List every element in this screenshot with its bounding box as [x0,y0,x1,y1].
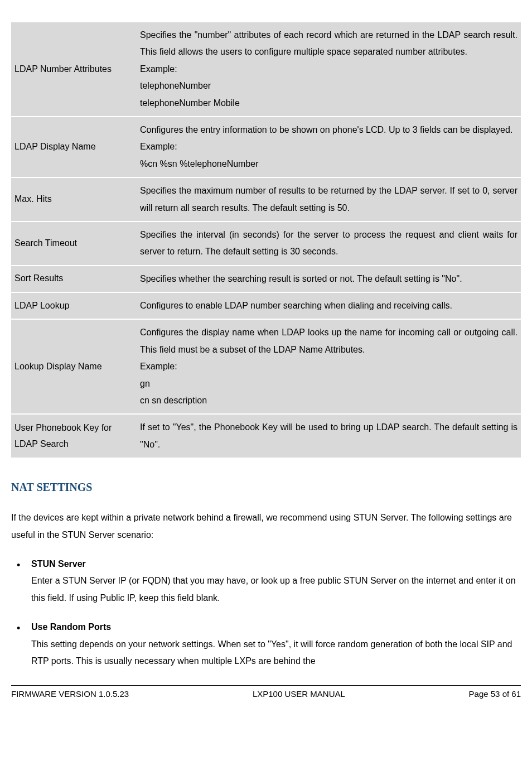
row-label: Sort Results [11,266,137,292]
table-row: User Phonebook Key for LDAP Search If se… [11,415,521,458]
row-desc: Configures the display name when LDAP lo… [137,320,521,413]
footer-center: LXP100 USER MANUAL [253,689,345,699]
row-label: LDAP Number Attributes [11,22,137,116]
row-label: LDAP Display Name [11,117,137,177]
footer-right: Page 53 of 61 [469,689,521,699]
row-label: Lookup Display Name [11,320,137,413]
table-row: Sort Results Specifies whether the searc… [11,266,521,292]
table-row: LDAP Lookup Configures to enable LDAP nu… [11,293,521,319]
bullet-title: Use Random Ports [31,622,111,632]
list-item: STUN Server Enter a STUN Server IP (or F… [17,556,521,606]
row-label: Max. Hits [11,178,137,221]
bullet-list: STUN Server Enter a STUN Server IP (or F… [11,556,521,670]
row-desc: Configures the entry information to be s… [137,117,521,177]
row-desc: Configures to enable LDAP number searchi… [137,293,521,319]
footer-left: FIRMWARE VERSION 1.0.5.23 [11,689,129,699]
row-desc: If set to "Yes", the Phonebook Key will … [137,415,521,458]
row-desc: Specifies the "number" attributes of eac… [137,22,521,116]
bullet-title: STUN Server [31,559,86,569]
table-row: LDAP Display Name Configures the entry i… [11,117,521,177]
table-row: Lookup Display Name Configures the displ… [11,320,521,413]
row-desc: Specifies the maximum number of results … [137,178,521,221]
row-label: LDAP Lookup [11,293,137,319]
section-intro: If the devices are kept within a private… [11,509,521,543]
section-heading: NAT SETTINGS [11,481,521,494]
bullet-body: This setting depends on your network set… [31,636,521,670]
row-label: User Phonebook Key for LDAP Search [11,415,137,458]
table-row: Search Timeout Specifies the interval (i… [11,222,521,265]
row-label: Search Timeout [11,222,137,265]
page-footer: FIRMWARE VERSION 1.0.5.23 LXP100 USER MA… [11,685,521,699]
bullet-body: Enter a STUN Server IP (or FQDN) that yo… [31,572,521,606]
list-item: Use Random Ports This setting depends on… [17,619,521,670]
row-desc: Specifies the interval (in seconds) for … [137,222,521,265]
table-row: LDAP Number Attributes Specifies the "nu… [11,22,521,116]
table-row: Max. Hits Specifies the maximum number o… [11,178,521,221]
settings-table: LDAP Number Attributes Specifies the "nu… [11,22,521,458]
row-desc: Specifies whether the searching result i… [137,266,521,292]
